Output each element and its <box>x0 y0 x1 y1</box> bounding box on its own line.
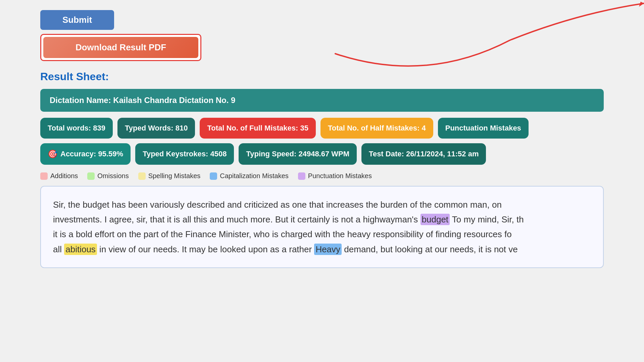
download-pdf-button[interactable]: Download Result PDF <box>43 37 198 58</box>
target-icon: 🎯 <box>48 149 58 159</box>
punctuation-mistakes-badge: Punctuation Mistakes <box>438 118 529 139</box>
text-line-2: investments. I agree, sir, that it is al… <box>53 212 591 227</box>
text-line-3: it is a bold effort on the part of the F… <box>53 227 591 242</box>
highlight-abitious: abitious <box>64 244 97 255</box>
text-line-4: all abitious in view of our needs. It ma… <box>53 242 591 257</box>
stats-row-2: 🎯 Accuracy: 95.59% Typed Keystrokes: 450… <box>40 143 604 165</box>
additions-dot <box>40 172 48 180</box>
keystrokes-badge: Typed Keystrokes: 4508 <box>135 143 234 165</box>
download-button-wrapper: Download Result PDF <box>40 34 201 61</box>
svg-marker-0 <box>639 2 644 7</box>
dictation-name-bar: Dictation Name: Kailash Chandra Dictatio… <box>40 89 604 112</box>
submit-button[interactable]: Submit <box>40 10 114 30</box>
half-mistakes-badge: Total No. of Half Mistakes: 4 <box>320 118 433 139</box>
full-mistakes-badge: Total No. of Full Mistakes: 35 <box>200 118 316 139</box>
total-words-badge: Total words: 839 <box>40 118 113 139</box>
capitalization-dot <box>210 172 217 180</box>
legend-row: Additions Omissions Spelling Mistakes Ca… <box>40 172 604 180</box>
highlight-heavy: Heavy <box>314 244 342 255</box>
accuracy-badge: 🎯 Accuracy: 95.59% <box>40 143 131 165</box>
omissions-dot <box>87 172 95 180</box>
result-sheet-title: Result Sheet: <box>40 70 604 83</box>
highlight-budget: budget <box>420 214 450 225</box>
text-line-1: Sir, the budget has been variously descr… <box>53 197 591 212</box>
legend-spelling: Spelling Mistakes <box>138 172 201 180</box>
typed-words-badge: Typed Words: 810 <box>117 118 195 139</box>
legend-additions: Additions <box>40 172 78 180</box>
text-content-box: Sir, the budget has been variously descr… <box>40 186 604 268</box>
punctuation-dot <box>298 172 305 180</box>
legend-omissions: Omissions <box>87 172 129 180</box>
legend-punctuation: Punctuation Mistakes <box>298 172 372 180</box>
test-date-badge: Test Date: 26/11/2024, 11:52 am <box>361 143 486 165</box>
stats-row-1: Total words: 839 Typed Words: 810 Total … <box>40 118 604 139</box>
typing-speed-badge: Typing Speed: 24948.67 WPM <box>239 143 357 165</box>
legend-capitalization: Capitalization Mistakes <box>210 172 289 180</box>
spelling-dot <box>138 172 146 180</box>
